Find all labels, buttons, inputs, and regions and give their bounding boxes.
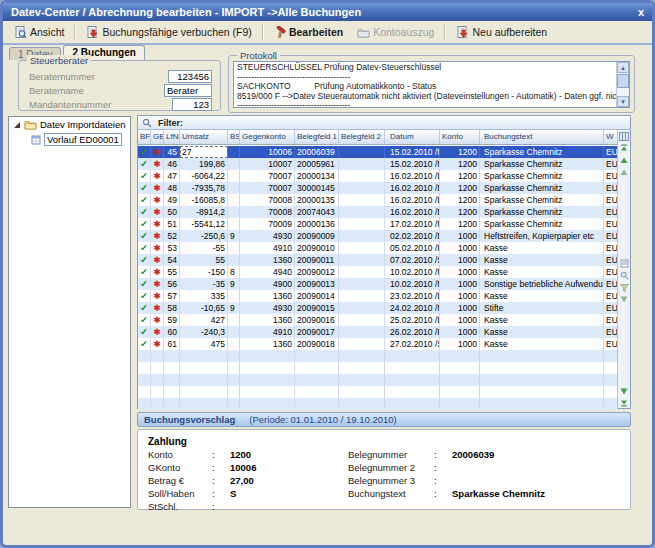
table-row[interactable]: ✔✱56-35949002009001310.02.2010 /Mi1000So… bbox=[138, 278, 618, 290]
cell-belegfeld2 bbox=[339, 182, 385, 194]
column-header-w[interactable]: W bbox=[604, 130, 618, 144]
column-header-bf[interactable]: BF bbox=[138, 130, 151, 144]
table-row[interactable]: ✔✱52-250,6949302009000902.02.2010 /Di100… bbox=[138, 230, 618, 242]
scroll-up-arrow-icon[interactable] bbox=[619, 155, 630, 165]
tree-item-vorlauf[interactable]: Vorlauf ED00001 bbox=[9, 132, 130, 147]
scroll-down2-icon[interactable] bbox=[619, 386, 630, 396]
vorschlag-right-column: Belegnummer:20006039Belegnummer 2:Belegn… bbox=[348, 436, 620, 503]
cell-bs bbox=[228, 386, 240, 398]
umsatz-edit-cell[interactable]: 27 bbox=[180, 146, 228, 158]
cell-gb: ✱ bbox=[151, 314, 164, 326]
beratername-label: Beratername bbox=[29, 85, 164, 96]
scroll-down-arrow-icon[interactable] bbox=[619, 295, 630, 305]
ansicht-button[interactable]: Ansicht bbox=[7, 23, 71, 41]
table-row[interactable]: ✔✱55-150849402009001210.02.2010 /Mi1000K… bbox=[138, 266, 618, 278]
tree-root-datev-importdateien[interactable]: Datev Importdateien bbox=[9, 117, 130, 132]
cell-w: EU bbox=[604, 302, 618, 314]
table-row[interactable]: ✔✱545513602009001107.02.2010 /So1000Kass… bbox=[138, 254, 618, 266]
left-field-row: Betrag €:27,00 bbox=[148, 475, 348, 488]
grid-side-strip bbox=[617, 130, 630, 408]
column-header-umsatz[interactable]: Umsatz bbox=[180, 130, 228, 144]
scroll-down-icon[interactable]: ▼ bbox=[617, 96, 629, 107]
posted-check-icon: ✔ bbox=[140, 267, 148, 277]
column-header-gb[interactable]: GB bbox=[151, 130, 164, 144]
table-row[interactable]: ✔✱4527100062000603915.02.2010 /Mo1200Spa… bbox=[138, 146, 618, 158]
cell-konto: 1000 bbox=[440, 266, 480, 278]
table-row[interactable]: ✔✱49-16085,8700082000013516.02.2010 /Di1… bbox=[138, 194, 618, 206]
beratername-field[interactable]: Berater bbox=[164, 84, 212, 97]
scrollbar-thumb[interactable] bbox=[617, 74, 629, 88]
column-chooser-icon[interactable] bbox=[619, 131, 630, 141]
cell-konto bbox=[440, 398, 480, 410]
table-row[interactable]: ✔✱47-6064,22700072000013416.02.2010 /Di1… bbox=[138, 170, 618, 182]
filter-bar[interactable]: Filter: bbox=[138, 116, 630, 130]
cell-umsatz: -55 bbox=[180, 242, 228, 254]
cell-belegfeld1 bbox=[295, 362, 339, 374]
column-header-datum[interactable]: Datum bbox=[385, 130, 440, 144]
table-row[interactable]: ✔✱50-8914,2700082007404316.02.2010 /Di12… bbox=[138, 206, 618, 218]
table-row[interactable]: ✔✱6147513602009001827.02.2010 /Sa1000Kas… bbox=[138, 338, 618, 350]
error-star-icon: ✱ bbox=[153, 243, 161, 253]
cell-belegfeld2 bbox=[339, 146, 385, 158]
cell-gb: ✱ bbox=[151, 266, 164, 278]
cell-w: EU bbox=[604, 290, 618, 302]
column-header-belegfeld1[interactable]: Belegfeld 1 bbox=[295, 130, 339, 144]
table-row[interactable]: ✔✱48-7935,78700073000014516.02.2010 /Di1… bbox=[138, 182, 618, 194]
scroll-up-icon[interactable]: ▲ bbox=[617, 62, 629, 73]
table-row[interactable]: ✔✱46199,86100072000596115.02.2010 /Mo120… bbox=[138, 158, 618, 170]
table-row[interactable]: ✔✱51-5541,12700092000013617.02.2010 /Mi1… bbox=[138, 218, 618, 230]
column-header-buchungstext[interactable]: Buchungstext bbox=[480, 130, 604, 144]
verbuchen-button[interactable]: Buchungsfähige verbuchen (F9) bbox=[79, 23, 258, 41]
column-header-konto[interactable]: Konto bbox=[440, 130, 480, 144]
column-header-lfnr[interactable]: LfNr. bbox=[164, 130, 180, 144]
column-header-gegenkonto[interactable]: Gegenkonto bbox=[240, 130, 295, 144]
cell-bs bbox=[228, 206, 240, 218]
cell-gb: ✱ bbox=[151, 278, 164, 290]
cell-bs bbox=[228, 362, 240, 374]
table-row[interactable]: ✔✱5942713602009001625.02.2010 /Do1000Kas… bbox=[138, 314, 618, 326]
neu-aufbereiten-button[interactable]: Neu aufbereiten bbox=[449, 23, 554, 41]
field-colon: : bbox=[212, 449, 230, 462]
cell-bs: 9 bbox=[228, 230, 240, 242]
search-icon[interactable] bbox=[619, 271, 630, 281]
cell-lfnr bbox=[164, 362, 180, 374]
cell-w bbox=[604, 362, 618, 374]
cell-konto: 1200 bbox=[440, 158, 480, 170]
table-row[interactable]: ✔✱60-240,349102009001726.02.2010 /Fr1000… bbox=[138, 326, 618, 338]
scroll-bottom-icon[interactable] bbox=[619, 398, 630, 408]
cell-lfnr: 45 bbox=[164, 146, 180, 158]
table-row[interactable]: ✔✱5733513602009001423.02.2010 /Di1000Kas… bbox=[138, 290, 618, 302]
edit-row-icon[interactable] bbox=[619, 259, 630, 269]
cell-umsatz: -150 bbox=[180, 266, 228, 278]
cell-bf: ✔ bbox=[138, 194, 151, 206]
scroll-up-arrow2-icon[interactable] bbox=[619, 167, 630, 177]
cell-bs: 9 bbox=[228, 278, 240, 290]
expand-triangle-icon[interactable] bbox=[13, 121, 21, 129]
table-row[interactable]: ✔✱53-5549102009001005.02.2010 /Fr1000Kas… bbox=[138, 242, 618, 254]
bearbeiten-button[interactable]: Bearbeiten bbox=[267, 23, 350, 41]
cell-buchungstext: Sparkasse Chemnitz bbox=[480, 182, 604, 194]
beraternummer-field[interactable]: 123456 bbox=[168, 70, 212, 83]
cell-umsatz: -240,3 bbox=[180, 326, 228, 338]
column-header-belegfeld2[interactable]: Belegfeld 2 bbox=[339, 130, 385, 144]
column-header-bs[interactable]: BS bbox=[228, 130, 240, 144]
cell-bs bbox=[228, 146, 240, 158]
cell-konto: 1000 bbox=[440, 338, 480, 350]
scroll-top-icon[interactable] bbox=[619, 143, 630, 153]
cell-umsatz bbox=[180, 374, 228, 386]
table-row[interactable]: ✔✱58-10,65949302009001524.02.2010 /Mi100… bbox=[138, 302, 618, 314]
mandantennummer-field[interactable]: 123 bbox=[172, 98, 212, 111]
filter-row-icon[interactable] bbox=[619, 283, 630, 293]
cell-w: EU bbox=[604, 278, 618, 290]
cell-belegfeld2 bbox=[339, 194, 385, 206]
field-value: 27,00 bbox=[230, 475, 254, 488]
close-button[interactable]: x bbox=[638, 3, 644, 21]
error-star-icon: ✱ bbox=[153, 171, 161, 181]
cell-belegfeld1: 20090014 bbox=[295, 290, 339, 302]
cell-konto: 1200 bbox=[440, 194, 480, 206]
cell-buchungstext bbox=[480, 362, 604, 374]
cell-konto bbox=[440, 374, 480, 386]
cell-gb: ✱ bbox=[151, 158, 164, 170]
cell-konto: 1000 bbox=[440, 242, 480, 254]
protokoll-scrollbar[interactable]: ▲ ▼ bbox=[616, 62, 629, 107]
